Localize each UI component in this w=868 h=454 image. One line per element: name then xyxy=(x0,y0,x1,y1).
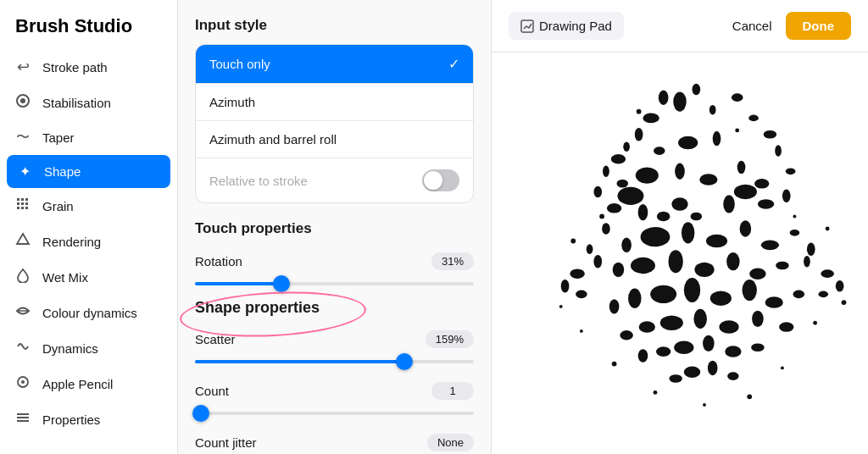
svg-point-103 xyxy=(637,109,642,114)
svg-point-47 xyxy=(758,199,774,209)
sidebar-label-apple-pencil: Apple Pencil xyxy=(42,377,113,391)
svg-point-55 xyxy=(706,235,727,247)
drawing-pad-button[interactable]: Drawing Pad xyxy=(509,12,624,40)
svg-point-76 xyxy=(836,280,844,292)
scatter-thumb[interactable] xyxy=(396,353,413,370)
svg-point-73 xyxy=(561,280,570,292)
rotation-fill xyxy=(195,282,281,285)
svg-point-113 xyxy=(612,362,617,367)
svg-point-69 xyxy=(776,262,788,270)
svg-point-99 xyxy=(684,366,700,378)
rotation-thumb[interactable] xyxy=(273,275,290,292)
svg-marker-11 xyxy=(17,234,29,244)
svg-point-20 xyxy=(693,84,701,96)
drawing-pad-icon xyxy=(520,19,534,33)
svg-rect-9 xyxy=(21,207,24,209)
sidebar-label-properties: Properties xyxy=(42,412,100,427)
svg-point-71 xyxy=(804,256,810,268)
header-actions: Cancel Done xyxy=(729,12,851,40)
sidebar-item-properties[interactable]: Properties xyxy=(0,401,177,437)
sidebar-label-stroke-path: Stroke path xyxy=(42,60,108,75)
input-option-touch-only-label: Touch only xyxy=(209,57,270,71)
count-jitter-row: Count jitter None xyxy=(195,429,474,453)
svg-point-82 xyxy=(743,280,757,301)
sidebar-item-rendering[interactable]: Rendering xyxy=(0,224,177,259)
drawing-header: Drawing Pad Cancel Done xyxy=(492,0,868,53)
sidebar-item-taper[interactable]: 〜 Taper xyxy=(0,120,177,155)
sidebar-label-stabilisation: Stabilisation xyxy=(42,96,111,110)
sidebar-item-stroke-path[interactable]: ↩ Stroke path xyxy=(0,49,177,85)
svg-point-79 xyxy=(684,278,700,302)
app-title: Brush Studio xyxy=(0,0,177,49)
scatter-value: 159% xyxy=(426,330,474,348)
svg-point-54 xyxy=(682,222,694,243)
svg-point-34 xyxy=(636,167,659,183)
svg-point-70 xyxy=(593,255,602,268)
svg-point-46 xyxy=(734,185,757,199)
svg-point-84 xyxy=(609,299,620,313)
svg-point-22 xyxy=(709,105,716,115)
svg-point-53 xyxy=(641,227,670,246)
svg-point-37 xyxy=(737,161,746,174)
svg-point-31 xyxy=(764,130,776,139)
shape-properties-wrapper: Shape properties xyxy=(195,299,474,317)
rotation-slider[interactable] xyxy=(195,275,474,292)
svg-point-108 xyxy=(826,227,830,231)
svg-point-23 xyxy=(643,114,659,124)
svg-point-24 xyxy=(732,93,743,102)
count-jitter-label: Count jitter xyxy=(195,435,257,450)
svg-point-105 xyxy=(599,214,604,219)
input-option-azimuth-label: Azimuth xyxy=(209,95,255,109)
splatter-canvas xyxy=(492,53,868,454)
sidebar-item-stabilisation[interactable]: Stabilisation xyxy=(0,85,177,120)
count-slider[interactable] xyxy=(195,405,474,422)
input-option-azimuth-barrel[interactable]: Azimuth and barrel roll xyxy=(196,121,473,158)
count-value: 1 xyxy=(431,382,474,400)
svg-point-38 xyxy=(754,179,769,189)
shape-properties-title: Shape properties xyxy=(195,299,474,317)
rendering-icon xyxy=(14,232,32,251)
dynamics-icon xyxy=(14,339,32,357)
svg-point-98 xyxy=(751,343,764,352)
rotation-track xyxy=(195,282,474,285)
sidebar-item-colour-dynamics[interactable]: Colour dynamics xyxy=(0,295,177,330)
svg-point-33 xyxy=(611,154,626,164)
svg-point-41 xyxy=(603,165,609,177)
svg-point-97 xyxy=(638,349,648,362)
relative-stroke-toggle[interactable] xyxy=(422,169,459,191)
svg-point-90 xyxy=(752,311,764,327)
svg-point-111 xyxy=(580,329,583,333)
svg-point-19 xyxy=(673,91,686,111)
svg-point-62 xyxy=(807,242,815,255)
canvas-area xyxy=(492,53,868,454)
count-track xyxy=(195,412,474,415)
sidebar-item-apple-pencil[interactable]: Apple Pencil xyxy=(0,366,177,401)
input-style-title: Input style xyxy=(195,17,474,34)
count-label: Count xyxy=(195,384,229,398)
input-option-touch-only[interactable]: Touch only ✓ xyxy=(196,45,473,84)
cancel-button[interactable]: Cancel xyxy=(729,12,776,40)
sidebar-item-dynamics[interactable]: Dynamics xyxy=(0,330,177,366)
svg-rect-3 xyxy=(21,198,24,201)
svg-point-81 xyxy=(628,289,641,308)
sidebar-item-grain[interactable]: Grain xyxy=(0,188,177,224)
stabilisation-icon xyxy=(14,93,32,112)
sidebar-item-wet-mix[interactable]: Wet Mix xyxy=(0,259,177,295)
svg-point-29 xyxy=(713,131,721,146)
drawing-pad-label: Drawing Pad xyxy=(539,19,612,33)
svg-point-74 xyxy=(576,291,587,299)
svg-point-26 xyxy=(748,115,759,122)
svg-rect-10 xyxy=(25,207,28,209)
scatter-slider[interactable] xyxy=(195,353,474,370)
scatter-track xyxy=(195,360,474,363)
count-thumb[interactable] xyxy=(192,405,209,422)
sidebar-item-shape[interactable]: ✦ Shape xyxy=(7,155,170,188)
svg-point-102 xyxy=(727,372,739,380)
svg-point-66 xyxy=(726,252,739,270)
done-button[interactable]: Done xyxy=(786,12,852,40)
input-option-azimuth[interactable]: Azimuth xyxy=(196,84,473,121)
svg-point-1 xyxy=(20,98,25,103)
svg-point-51 xyxy=(691,213,703,221)
sidebar-label-wet-mix: Wet Mix xyxy=(42,270,88,285)
svg-point-87 xyxy=(693,309,706,329)
